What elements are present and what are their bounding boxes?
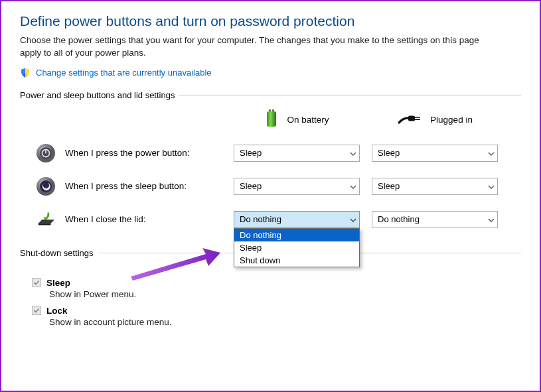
power-button-plugged-in-select[interactable]: Sleep xyxy=(372,145,498,162)
power-button-on-battery-select[interactable]: Sleep xyxy=(234,145,360,162)
close-lid-on-battery-select[interactable]: Do nothing Do nothing Sleep Shut down xyxy=(234,211,360,228)
sleep-button-row-label: When I press the sleep button: xyxy=(20,176,222,196)
chevron-down-icon xyxy=(350,184,355,189)
sleep-checkbox-sub: Show in Power menu. xyxy=(49,289,521,299)
lock-checkbox-label: Lock xyxy=(46,306,68,316)
close-lid-plugged-in-select[interactable]: Do nothing xyxy=(372,211,498,228)
power-button-icon xyxy=(36,143,56,163)
on-battery-column-header: On battery xyxy=(234,109,360,130)
lock-checkbox xyxy=(32,306,41,315)
svg-rect-4 xyxy=(415,117,420,118)
sleep-button-icon xyxy=(36,176,56,196)
option-shut-down[interactable]: Shut down xyxy=(234,254,359,267)
svg-rect-2 xyxy=(267,111,276,127)
svg-rect-0 xyxy=(269,109,271,111)
plug-icon xyxy=(397,112,422,127)
option-do-nothing[interactable]: Do nothing xyxy=(234,229,359,241)
shield-icon xyxy=(20,68,31,78)
chevron-down-icon xyxy=(488,217,493,222)
svg-rect-5 xyxy=(415,119,420,120)
plugged-in-column-header: Plugged in xyxy=(372,112,498,127)
page-description: Choose the power settings that you want … xyxy=(20,34,485,60)
close-lid-icon xyxy=(36,210,56,229)
power-button-row-label: When I press the power button: xyxy=(20,143,222,163)
sleep-button-plugged-in-select[interactable]: Sleep xyxy=(372,178,498,195)
svg-rect-3 xyxy=(408,115,415,121)
svg-rect-9 xyxy=(45,149,46,154)
option-sleep[interactable]: Sleep xyxy=(234,241,359,254)
sleep-checkbox-label: Sleep xyxy=(46,278,70,288)
chevron-down-icon xyxy=(488,184,493,189)
chevron-down-icon xyxy=(350,217,355,222)
lock-checkbox-sub: Show in account picture menu. xyxy=(49,317,521,327)
sleep-checkbox xyxy=(32,278,41,287)
chevron-down-icon xyxy=(350,151,355,156)
close-lid-on-battery-option-list: Do nothing Sleep Shut down xyxy=(234,228,360,267)
chevron-down-icon xyxy=(488,151,493,156)
page-title: Define power buttons and turn on passwor… xyxy=(20,13,521,29)
battery-icon xyxy=(264,109,279,130)
close-lid-row-label: When I close the lid: xyxy=(20,210,222,229)
change-settings-link[interactable]: Change settings that are currently unava… xyxy=(36,68,212,78)
sleep-button-on-battery-select[interactable]: Sleep xyxy=(234,178,360,195)
svg-rect-1 xyxy=(272,109,274,111)
power-sleep-lid-section-header: Power and sleep buttons and lid settings xyxy=(20,90,521,100)
